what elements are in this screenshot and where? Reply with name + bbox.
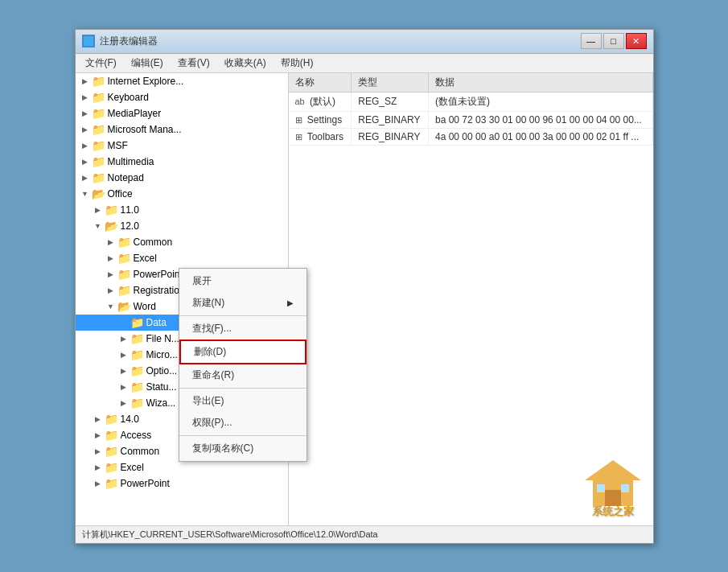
- ctx-export[interactable]: 导出(E): [179, 390, 306, 412]
- row-data-toolbars: 4a 00 00 00 a0 01 00 00 3a 00 00 00 02 0…: [428, 128, 652, 145]
- tree-label-12: 12.0: [121, 220, 139, 232]
- menu-help[interactable]: 帮助(H): [274, 55, 320, 72]
- folder-icon-filen: 📁: [130, 332, 144, 345]
- expand-msf: ▶: [79, 139, 92, 152]
- folder-icon-statu: 📁: [130, 381, 144, 393]
- expand-excelb: ▶: [92, 461, 105, 474]
- tree-label-excel12: Excel: [134, 253, 157, 264]
- reg-icon-ab: ab: [295, 97, 305, 106]
- col-type: 类型: [352, 73, 429, 93]
- tree-item-notepad[interactable]: ▶ 📁 Notepad: [76, 170, 288, 186]
- tree-item-excelb[interactable]: ▶ 📁 Excel: [76, 459, 288, 475]
- expand-ie: ▶: [79, 75, 92, 88]
- table-row[interactable]: ⊞ Toolbars REG_BINARY 4a 00 00 00 a0 01 …: [289, 128, 653, 145]
- expand-keyboard: ▶: [79, 91, 92, 104]
- tree-label-11: 11.0: [121, 204, 139, 216]
- ctx-expand[interactable]: 展开: [179, 270, 306, 292]
- tree-item-msf[interactable]: ▶ 📁 MSF: [76, 138, 288, 154]
- row-type-default: REG_SZ: [352, 92, 429, 111]
- reg-icon-toolbars: ⊞: [295, 132, 302, 142]
- folder-icon-multimedia: 📁: [92, 155, 105, 168]
- tree-label-word: Word: [134, 301, 156, 312]
- row-type-toolbars: REG_BINARY: [352, 128, 429, 145]
- tree-item-msmana[interactable]: ▶ 📁 Microsoft Mana...: [76, 121, 288, 138]
- folder-icon-commonb: 📁: [105, 445, 118, 458]
- tree-label-msmana: Microsoft Mana...: [108, 124, 182, 135]
- svg-rect-0: [84, 36, 88, 41]
- content-area: ▶ 📁 Internet Explore... ▶ 📁 Keyboard ▶ 📁…: [76, 73, 653, 525]
- svg-rect-2: [84, 41, 88, 46]
- folder-icon-excel12: 📁: [117, 252, 131, 265]
- status-bar: 计算机\HKEY_CURRENT_USER\Software\Microsoft…: [76, 525, 653, 543]
- tree-item-excel12[interactable]: ▶ 📁 Excel: [76, 250, 288, 266]
- ctx-sep1: [179, 315, 306, 316]
- tree-item-mediaplayer[interactable]: ▶ 📁 MediaPlayer: [76, 105, 288, 121]
- folder-icon-pptb: 📁: [105, 477, 118, 490]
- tree-label-msf: MSF: [108, 140, 128, 151]
- table-row[interactable]: ab (默认) REG_SZ (数值未设置): [289, 92, 653, 111]
- ctx-sep2: [179, 388, 306, 389]
- row-name-settings: ⊞ Settings: [289, 111, 352, 128]
- folder-icon-mediaplayer: 📁: [92, 107, 105, 120]
- expand-12: ▼: [92, 220, 105, 233]
- folder-icon-notepad: 📁: [92, 171, 105, 184]
- folder-icon-word: 📂: [117, 300, 131, 313]
- table-row[interactable]: ⊞ Settings REG_BINARY ba 00 72 03 30 01 …: [289, 111, 653, 128]
- tree-label-keyboard: Keyboard: [108, 92, 149, 103]
- tree-item-12[interactable]: ▼ 📂 12.0: [76, 218, 288, 234]
- expand-micro: ▶: [117, 348, 130, 361]
- menu-view[interactable]: 查看(V): [171, 55, 216, 72]
- svg-rect-1: [88, 36, 93, 41]
- window-title: 注册表编辑器: [100, 35, 158, 48]
- tree-label-excelb: Excel: [121, 462, 144, 473]
- expand-filen: ▶: [117, 332, 130, 345]
- tree-item-office[interactable]: ▼ 📂 Office: [76, 186, 288, 202]
- expand-access: ▶: [92, 429, 105, 442]
- expand-wiza: ▶: [117, 397, 130, 409]
- ctx-copy-name[interactable]: 复制项名称(C): [179, 438, 306, 459]
- detail-table: 名称 类型 数据 ab (默认) REG_SZ (数值未设置): [289, 73, 653, 146]
- svg-rect-3: [88, 41, 93, 46]
- menu-favorites[interactable]: 收藏夹(A): [218, 55, 273, 72]
- status-text: 计算机\HKEY_CURRENT_USER\Software\Microsoft…: [82, 529, 378, 541]
- title-controls: — □ ✕: [581, 33, 647, 49]
- watermark-text: 系统之家: [592, 505, 634, 517]
- tree-label-filen: File N...: [146, 333, 179, 344]
- minimize-button[interactable]: —: [581, 33, 602, 49]
- tree-label-data: Data: [146, 317, 167, 328]
- ctx-new[interactable]: 新建(N) ▶: [179, 292, 306, 314]
- folder-icon-ppt12: 📁: [117, 268, 131, 281]
- menu-file[interactable]: 文件(F): [79, 55, 123, 72]
- expand-reg12: ▶: [105, 284, 117, 297]
- menu-edit[interactable]: 编辑(E): [125, 55, 170, 72]
- tree-label-notepad: Notepad: [108, 172, 144, 183]
- row-type-settings: REG_BINARY: [352, 111, 429, 128]
- folder-icon-excelb: 📁: [105, 461, 118, 474]
- ctx-delete[interactable]: 删除(D): [179, 339, 306, 364]
- expand-commonb: ▶: [92, 445, 105, 458]
- folder-icon-11: 📁: [105, 204, 118, 216]
- close-button[interactable]: ✕: [626, 33, 647, 49]
- expand-data: [117, 316, 130, 329]
- ctx-rename[interactable]: 重命名(R): [179, 364, 306, 386]
- folder-icon-14: 📁: [105, 413, 118, 426]
- tree-label-pptb: PowerPoint: [121, 478, 170, 489]
- svg-rect-7: [621, 484, 629, 492]
- tree-item-multimedia[interactable]: ▶ 📁 Multimedia: [76, 154, 288, 170]
- expand-common12: ▶: [105, 236, 117, 249]
- row-data-default: (数值未设置): [428, 92, 652, 111]
- title-bar-left: 注册表编辑器: [82, 35, 158, 48]
- tree-item-ie[interactable]: ▶ 📁 Internet Explore...: [76, 73, 288, 89]
- tree-item-11[interactable]: ▶ 📁 11.0: [76, 202, 288, 218]
- folder-icon-common12: 📁: [117, 236, 131, 249]
- ctx-permission[interactable]: 权限(P)...: [179, 412, 306, 434]
- tree-item-keyboard[interactable]: ▶ 📁 Keyboard: [76, 89, 288, 105]
- ctx-find[interactable]: 查找(F)...: [179, 318, 306, 339]
- reg-icon-settings: ⊞: [295, 115, 302, 125]
- tree-item-pptb[interactable]: ▶ 📁 PowerPoint: [76, 475, 288, 492]
- expand-msmana: ▶: [79, 123, 92, 136]
- tree-label-optio: Optio...: [146, 365, 178, 377]
- maximize-button[interactable]: □: [603, 33, 624, 49]
- tree-item-common12[interactable]: ▶ 📁 Common: [76, 234, 288, 250]
- svg-rect-6: [597, 484, 605, 492]
